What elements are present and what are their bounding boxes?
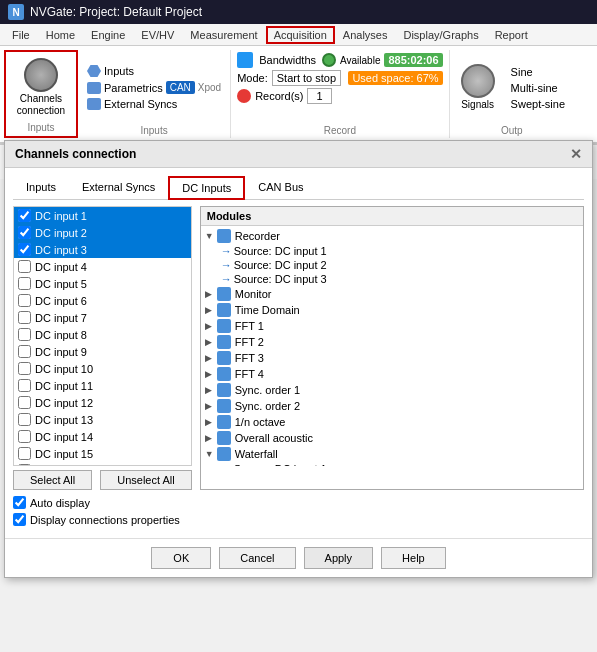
- channel-checkbox[interactable]: [18, 209, 31, 222]
- tree-item-label: Sync. order 1: [235, 384, 300, 396]
- channel-checkbox[interactable]: [18, 243, 31, 256]
- channel-item[interactable]: DC input 15: [14, 445, 191, 462]
- modules-tree[interactable]: ▼Recorder→Source: DC input 1→Source: DC …: [201, 226, 583, 466]
- module-icon: [217, 319, 231, 333]
- menu-evhv[interactable]: EV/HV: [133, 27, 182, 43]
- bandwidth-label[interactable]: Bandwidths: [259, 54, 316, 66]
- channel-checkbox[interactable]: [18, 328, 31, 341]
- channel-item[interactable]: DC input 16: [14, 462, 191, 466]
- ribbon-item-swept-sine[interactable]: Swept-sine: [508, 97, 568, 111]
- tree-item[interactable]: →Source: DC input 2: [203, 258, 581, 272]
- channel-checkbox[interactable]: [18, 447, 31, 460]
- tree-item[interactable]: ▶FFT 3: [203, 350, 581, 366]
- tree-item[interactable]: ▶FFT 4: [203, 366, 581, 382]
- menu-display[interactable]: Display/Graphs: [395, 27, 486, 43]
- dialog-title-bar: Channels connection ✕: [5, 141, 592, 168]
- channel-checkbox[interactable]: [18, 396, 31, 409]
- ribbon-item-external-syncs[interactable]: External Syncs: [84, 97, 224, 111]
- channel-item[interactable]: DC input 3: [14, 241, 191, 258]
- tree-item[interactable]: ▼Waterfall: [203, 446, 581, 462]
- channel-checkbox[interactable]: [18, 413, 31, 426]
- menu-report[interactable]: Report: [487, 27, 536, 43]
- channel-item[interactable]: DC input 1: [14, 207, 191, 224]
- ribbon-item-parametrics[interactable]: Parametrics CAN Xpod: [84, 80, 224, 95]
- channel-checkbox[interactable]: [18, 464, 31, 466]
- unselect-all-button[interactable]: Unselect All: [100, 470, 191, 490]
- channel-checkbox[interactable]: [18, 260, 31, 273]
- swept-sine-label: Swept-sine: [511, 98, 565, 110]
- apply-button[interactable]: Apply: [304, 547, 374, 569]
- channel-item[interactable]: DC input 5: [14, 275, 191, 292]
- select-all-button[interactable]: Select All: [13, 470, 92, 490]
- tree-item[interactable]: ▶FFT 2: [203, 334, 581, 350]
- cancel-button[interactable]: Cancel: [219, 547, 295, 569]
- channel-item[interactable]: DC input 9: [14, 343, 191, 360]
- channel-item[interactable]: DC input 8: [14, 326, 191, 343]
- multi-sine-label: Multi-sine: [511, 82, 558, 94]
- channel-scroll-area[interactable]: DC input 1DC input 2DC input 3DC input 4…: [13, 206, 192, 466]
- available-value: 885:02:06: [384, 53, 442, 67]
- tree-arrow: ▶: [205, 401, 215, 411]
- channel-item[interactable]: DC input 10: [14, 360, 191, 377]
- tree-item[interactable]: ▶Sync. order 1: [203, 382, 581, 398]
- channel-item[interactable]: DC input 6: [14, 292, 191, 309]
- channel-checkbox[interactable]: [18, 311, 31, 324]
- module-icon: [217, 229, 231, 243]
- channel-checkbox[interactable]: [18, 345, 31, 358]
- ok-button[interactable]: OK: [151, 547, 211, 569]
- channel-item[interactable]: DC input 14: [14, 428, 191, 445]
- menu-measurement[interactable]: Measurement: [182, 27, 265, 43]
- help-button[interactable]: Help: [381, 547, 446, 569]
- tree-item[interactable]: ▶Sync. order 2: [203, 398, 581, 414]
- menu-file[interactable]: File: [4, 27, 38, 43]
- app-icon: N: [8, 4, 24, 20]
- channel-checkbox[interactable]: [18, 226, 31, 239]
- title-bar-text: NVGate: Project: Default Project: [30, 5, 202, 19]
- ribbon-item-multi-sine[interactable]: Multi-sine: [508, 81, 568, 95]
- channel-checkbox[interactable]: [18, 277, 31, 290]
- records-value[interactable]: 1: [307, 88, 331, 104]
- menu-acquisition[interactable]: Acquisition: [266, 26, 335, 44]
- mode-value[interactable]: Start to stop: [272, 70, 341, 86]
- tree-item-label: Monitor: [235, 288, 272, 300]
- channel-item[interactable]: DC input 2: [14, 224, 191, 241]
- channel-item[interactable]: DC input 12: [14, 394, 191, 411]
- channel-checkbox[interactable]: [18, 430, 31, 443]
- menu-analyses[interactable]: Analyses: [335, 27, 396, 43]
- menu-home[interactable]: Home: [38, 27, 83, 43]
- channel-item[interactable]: DC input 13: [14, 411, 191, 428]
- tab-dc-inputs[interactable]: DC Inputs: [168, 176, 245, 200]
- channel-item[interactable]: DC input 7: [14, 309, 191, 326]
- tab-inputs[interactable]: Inputs: [13, 176, 69, 200]
- tree-item[interactable]: ▶Overall acoustic: [203, 430, 581, 446]
- record-group-label: Record: [237, 123, 442, 136]
- display-connections-checkbox[interactable]: [13, 513, 26, 526]
- module-icon: [217, 303, 231, 317]
- tree-item[interactable]: ▶Monitor: [203, 286, 581, 302]
- tab-external-syncs[interactable]: External Syncs: [69, 176, 168, 200]
- signals-button[interactable]: Signals: [456, 61, 500, 114]
- dialog-close-button[interactable]: ✕: [570, 146, 582, 162]
- tree-item[interactable]: →Source: DC input 1: [203, 244, 581, 258]
- channel-item[interactable]: DC input 4: [14, 258, 191, 275]
- tab-can-bus[interactable]: CAN Bus: [245, 176, 316, 200]
- channel-label: DC input 8: [35, 329, 87, 341]
- channel-checkbox[interactable]: [18, 294, 31, 307]
- tree-item[interactable]: →Source: DC input 3: [203, 272, 581, 286]
- channel-checkbox[interactable]: [18, 362, 31, 375]
- channel-label: DC input 14: [35, 431, 93, 443]
- auto-display-checkbox[interactable]: [13, 496, 26, 509]
- connect-inputs-button[interactable]: Channels connection: [11, 55, 71, 120]
- tree-arrow: ▶: [205, 289, 215, 299]
- ribbon-item-inputs[interactable]: Inputs: [84, 64, 224, 78]
- tree-item[interactable]: ▶FFT 1: [203, 318, 581, 334]
- menu-engine[interactable]: Engine: [83, 27, 133, 43]
- tree-item-label: Overall acoustic: [235, 432, 313, 444]
- channel-checkbox[interactable]: [18, 379, 31, 392]
- tree-item[interactable]: ▶1/n octave: [203, 414, 581, 430]
- tree-item[interactable]: ▼Recorder: [203, 228, 581, 244]
- tree-item[interactable]: →Source: DC input 1: [203, 462, 581, 466]
- ribbon-item-sine[interactable]: Sine: [508, 65, 568, 79]
- channel-item[interactable]: DC input 11: [14, 377, 191, 394]
- tree-item[interactable]: ▶Time Domain: [203, 302, 581, 318]
